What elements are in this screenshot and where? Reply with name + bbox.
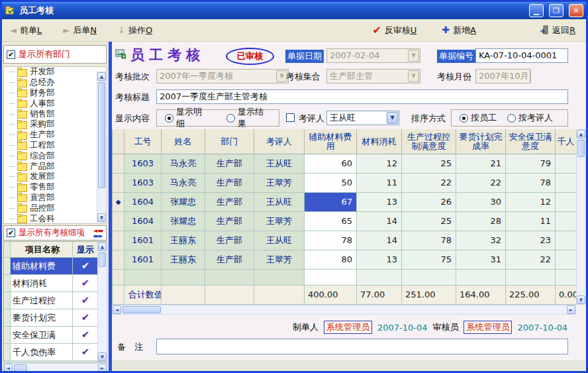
grid-totals-row: 合计数值400.0077.00251.00164.00225.000.00 [113,286,577,305]
minimize-button[interactable]: ▁ [529,4,544,17]
radio-by-employee[interactable]: 按员工 [460,112,497,124]
dropdown-arrow-icon[interactable]: ▼ [408,70,419,82]
tree-item-dept[interactable]: 总经办 [4,78,106,88]
tree-item-dept[interactable]: 财务部 [4,88,106,99]
grid-vscroll-thumb[interactable] [577,140,585,157]
tree-item-dept[interactable]: 开发部 [4,67,106,78]
col-header[interactable]: 工号 [124,129,162,154]
left-hscrollbar[interactable]: ◄ ► [3,363,107,373]
scroll-left-icon[interactable]: ◄ [4,364,13,372]
col-header[interactable]: 辅助材料费用 [305,129,357,154]
items-scroll-thumb[interactable] [99,252,106,267]
show-all-items-checkbox[interactable] [7,229,15,237]
tree-item-dept[interactable]: 工会科 [4,213,106,224]
radio-icon[interactable] [226,114,235,123]
caption-input[interactable]: 2007一季度生产部主管考核 [156,89,568,104]
maximize-button[interactable]: ❐ [549,4,564,17]
scroll-right-icon[interactable]: ► [98,364,107,372]
check-icon[interactable] [73,258,99,275]
item-row[interactable]: 安全保卫满 [4,327,107,344]
doc-date-combo[interactable]: 2007-02-04 ▼ [326,48,420,63]
tree-item-dept[interactable]: 产品部 [4,161,106,172]
grid-row[interactable]: 1603马永亮生产部王翠芳5011222278 [113,174,577,193]
tree-item-dept[interactable]: 直营部 [4,193,106,203]
tree-item-dept[interactable]: 采购部 [4,119,106,130]
dropdown-arrow-icon[interactable]: ▼ [387,112,398,124]
col-header[interactable]: 生产过程控制满意度 [402,129,456,154]
evaluator-combo[interactable]: 王从旺 ▼ [326,111,399,125]
grid-row[interactable]: 1604张耀忠生产部王翠芳6514252811 [113,212,577,231]
item-row[interactable]: 要货计划完 [4,309,107,327]
tree-item-dept[interactable]: 品控部 [4,203,106,213]
check-icon[interactable] [73,327,99,344]
action-menu-button[interactable]: ↓ 操作O [118,25,152,36]
item-row[interactable]: 生产过程控 [4,292,107,309]
dropdown-arrow-icon[interactable]: ▼ [408,50,419,62]
col-header[interactable]: 考评人 [254,129,305,154]
radio-icon[interactable] [460,114,468,123]
tree-scroll-thumb[interactable] [98,82,105,188]
add-new-button[interactable]: ✚ 新增A [442,25,476,36]
grid-row[interactable]: 1603马永亮生产部王从旺6012252179 [113,154,577,174]
radio-icon[interactable] [165,114,173,123]
col-header[interactable]: 部门 [205,129,254,154]
tree-item-dept[interactable]: 零售部 [4,182,106,193]
tree-item-dept[interactable]: 发展部 [4,172,106,182]
tree-item-dept[interactable]: 综合部 [4,150,106,161]
radio-icon[interactable] [507,114,516,123]
evaluator-checkbox[interactable] [286,113,295,122]
action-label: 操作O [128,25,152,36]
left-hscroll-thumb[interactable] [14,364,27,372]
remark-input[interactable] [156,339,568,354]
items-header-row: 项目名称 显示 [4,242,107,258]
tree-item-dept[interactable]: 人事部 [4,98,106,109]
tree-scrollbar[interactable]: ▲ ▼ [97,72,107,223]
scroll-down-icon[interactable]: ▼ [577,295,585,304]
doc-no-input[interactable]: KA-07-10-04-0001 [475,48,568,63]
selected-cell[interactable]: 67 [305,193,357,212]
col-header[interactable]: 材料消耗 [357,129,402,154]
month-spinner[interactable]: 2007年10月 ▲▼ [475,69,531,83]
return-button[interactable]: 返回R [540,25,575,36]
spinner-buttons[interactable]: ▲▼ [530,71,531,81]
check-icon[interactable] [73,292,99,309]
item-row[interactable]: 千人负伤率 [4,344,107,361]
col-header[interactable]: 要货计划完成率 [456,129,506,154]
close-button[interactable]: ✕ [569,4,583,17]
radio-by-evaluator[interactable]: 按考评人 [507,112,553,124]
tree-item-dept[interactable]: 销售部 [4,109,106,119]
col-header[interactable]: 安全保卫满意度 [506,129,556,154]
unapprove-button[interactable]: ✔ 反审核U [372,25,416,36]
tree-item-dept[interactable]: 工程部 [4,140,106,151]
show-all-depts-checkbox[interactable] [7,50,15,59]
scroll-down-icon[interactable]: ▼ [97,213,106,222]
scroll-right-icon[interactable]: ► [567,305,575,314]
check-icon[interactable] [73,309,99,327]
grid-row-current[interactable]: ◆1604张耀忠生产部王从旺6713263012 [113,193,577,212]
item-row[interactable]: 材料消耗 [4,275,107,292]
next-doc-button[interactable]: ► 后单N [63,25,97,36]
col-header[interactable]: 千人 [556,129,577,154]
scroll-up-icon[interactable]: ▲ [98,242,107,251]
scroll-down-icon[interactable]: ▼ [98,352,107,361]
items-scrollbar[interactable]: ▲ ▼ [97,242,107,362]
batch-combo[interactable]: 2007年一季度考核 ▼ [156,69,289,83]
check-icon[interactable] [73,344,99,361]
scroll-left-icon[interactable]: ◄ [113,305,121,314]
prev-doc-button[interactable]: ◄ 前单L [10,25,42,36]
item-row[interactable]: 辅助材料费 [4,258,107,275]
tree-item-dept[interactable]: 生产部 [4,130,106,140]
grid-row[interactable]: 1601王丽东生产部王从旺7814783223 [113,231,577,250]
radio-show-detail[interactable]: 显示明细 [165,106,209,130]
grid-vscrollbar[interactable]: ▲ ▼ [576,129,586,305]
set-combo[interactable]: 生产部主管 ▼ [326,69,420,83]
col-header[interactable]: 姓名 [162,129,205,154]
check-icon[interactable] [73,275,99,292]
scroll-up-icon[interactable]: ▲ [97,72,106,81]
grid-hscrollbar[interactable]: ◄ ► [112,305,576,315]
scroll-up-icon[interactable]: ▲ [577,130,585,138]
grid-hscroll-thumb[interactable] [122,306,161,313]
grid-row[interactable]: 1601王丽东生产部王翠芳8013753122 [113,250,577,270]
radio-show-result[interactable]: 显示结果 [226,106,271,130]
folder-icon [17,184,27,192]
